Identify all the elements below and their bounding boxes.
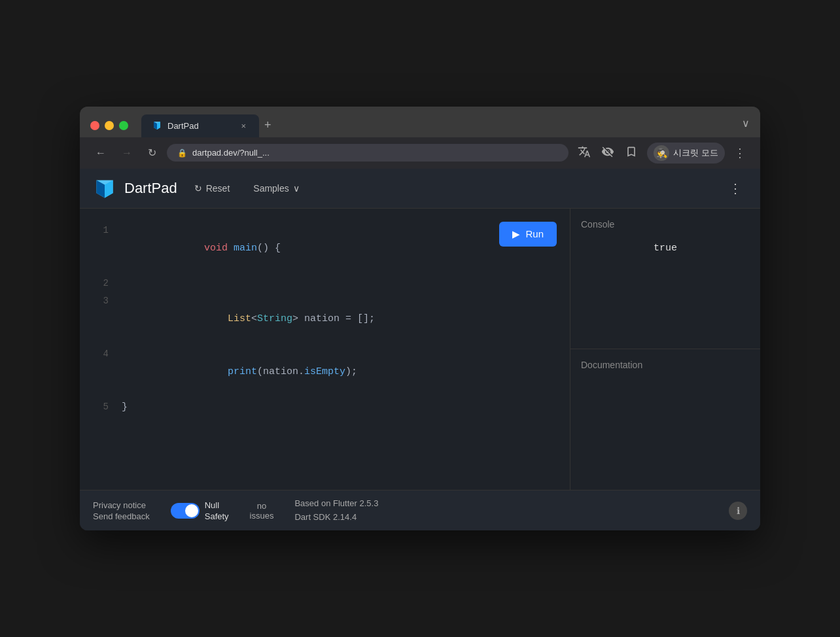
dart-logo-icon [93,177,116,200]
token-void: void [204,243,234,254]
token-parens: () { [257,243,281,254]
console-panel: Console true [570,209,760,350]
token-print: print [228,366,257,377]
code-line-4: 4 print(nation.isEmpty); [80,345,570,398]
dartpad-toolbar: DartPad ↻ Reset Samples ∨ ⋮ [80,169,760,209]
token-paren-close: ); [345,366,357,377]
run-button[interactable]: ▶ Run [499,222,557,247]
forward-button[interactable]: → [116,145,137,162]
profile-text: 시크릿 모드 [673,147,718,159]
token-empty [122,275,128,292]
no-issues-line2: issues [250,511,274,521]
null-safety-toggle: Null Safety [171,500,229,521]
dartpad-title: DartPad [124,180,177,197]
token-list: List [228,313,251,324]
samples-label: Samples [253,183,289,194]
line-number-3: 3 [93,293,109,309]
code-line-3: 3 List<String> nation = []; [80,292,570,345]
no-issues-line1: no [250,501,274,511]
code-editor[interactable]: ▶ Run 1 void main() { 2 [80,209,570,490]
status-bar: Privacy notice Send feedback Null Safety… [80,490,760,531]
samples-arrow-icon: ∨ [293,183,300,194]
code-line-2: 2 [80,275,570,292]
line-number-1: 1 [93,222,109,239]
documentation-label: Documentation [581,360,750,370]
token-main: main [234,243,257,254]
token-paren-open: (nation. [257,366,304,377]
dartpad-logo: DartPad [93,177,177,200]
tab-title: DartPad [167,121,233,131]
nav-bar: ← → ↻ 🔒 dartpad.dev/?null_... 🕵 시크릿 모드 ⋮ [80,137,760,169]
token-isEmpty: isEmpty [304,366,345,377]
tab-menu-button[interactable]: ∨ [742,117,750,135]
issues-area: no issues [250,501,274,521]
toggle-knob [185,504,198,517]
lock-icon: 🔒 [177,148,187,158]
console-output: true [581,237,750,254]
sdk-line1: Based on Flutter 2.5.3 [294,497,378,511]
window-controls [90,121,128,130]
profile-button[interactable]: 🕵 시크릿 모드 [647,143,725,164]
address-bar[interactable]: 🔒 dartpad.dev/?null_... [167,144,569,162]
console-label: Console [581,219,750,230]
code-line-5: 5 } [80,398,570,416]
tab-close-button[interactable]: × [238,120,249,132]
reset-icon: ↻ [194,183,202,194]
reset-label: Reset [206,183,230,194]
run-label: Run [525,228,544,239]
status-links: Privacy notice Send feedback [93,500,150,521]
back-button[interactable]: ← [90,145,111,162]
browser-window: DartPad × + ∨ ← → ↻ 🔒 dartpad.dev/?null_… [80,107,760,531]
line-number-5: 5 [93,399,109,415]
tab-area: DartPad × + [141,114,734,137]
samples-button[interactable]: Samples ∨ [247,179,306,198]
line-number-2: 2 [93,275,109,292]
maximize-window-button[interactable] [119,121,128,130]
token-close-brace: } [122,398,128,416]
run-icon: ▶ [512,228,520,240]
null-safety-switch[interactable] [171,503,200,519]
nav-icons [574,143,642,163]
info-button[interactable]: ℹ [729,502,747,520]
token-angle-open: < [251,313,257,324]
privacy-notice-link[interactable]: Privacy notice [93,500,150,510]
line-number-4: 4 [93,346,109,362]
sdk-info: Based on Flutter 2.5.3 Dart SDK 2.14.4 [294,497,378,525]
minimize-window-button[interactable] [105,121,114,130]
documentation-panel: Documentation [570,349,760,490]
title-bar: DartPad × + ∨ [80,107,760,137]
code-line-1: 1 void main() { [80,222,570,275]
dartpad-more-button[interactable]: ⋮ [724,177,747,200]
code-lines: 1 void main() { 2 3 List< [80,222,570,416]
null-safety-text: Null Safety [205,500,229,521]
profile-avatar: 🕵 [654,145,669,161]
bookmark-button[interactable] [621,143,642,163]
translate-button[interactable] [574,143,595,163]
eye-slash-button[interactable] [597,143,618,163]
url-text: dartpad.dev/?null_... [192,148,270,158]
active-tab[interactable]: DartPad × [141,114,259,137]
token-string: String [257,313,292,324]
send-feedback-link[interactable]: Send feedback [93,511,150,521]
safety-label: Safety [205,511,229,521]
token-angle-close: > nation = []; [292,313,375,324]
dartpad-app: DartPad ↻ Reset Samples ∨ ⋮ ▶ Run [80,169,760,531]
refresh-button[interactable]: ↻ [143,144,162,162]
close-window-button[interactable] [90,121,99,130]
sdk-line2: Dart SDK 2.14.4 [294,511,378,525]
new-tab-button[interactable]: + [259,118,277,137]
right-panel: Console true Documentation [570,209,760,490]
main-content: ▶ Run 1 void main() { 2 [80,209,760,490]
tab-favicon-icon [152,120,162,131]
null-label: Null [205,500,229,510]
reset-button[interactable]: ↻ Reset [188,179,237,198]
browser-more-button[interactable]: ⋮ [730,143,750,163]
